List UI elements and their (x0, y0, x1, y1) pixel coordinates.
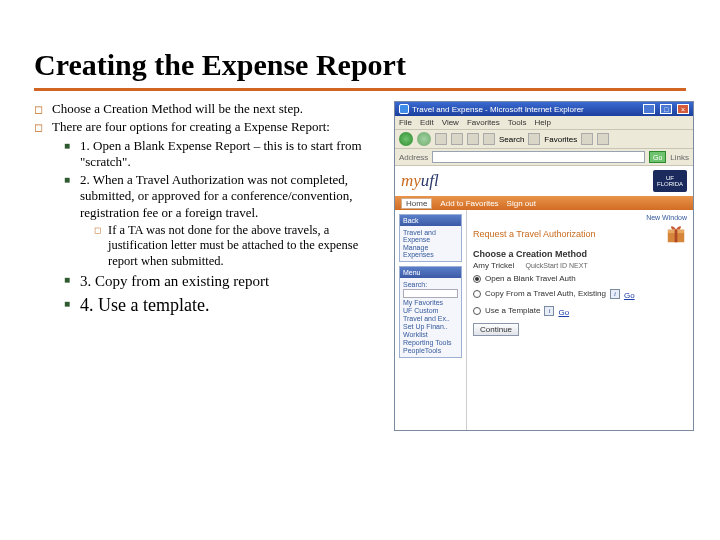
bullet-outline: ◻ Choose a Creation Method will be the n… (34, 101, 384, 431)
sidebar-item[interactable]: Set Up Finan.. (403, 323, 458, 330)
minimize-button[interactable]: _ (643, 104, 655, 114)
continue-button[interactable]: Continue (473, 323, 519, 336)
bullet-text: 1. Open a Blank Expense Report – this is… (80, 138, 384, 171)
sidebar-link[interactable]: Travel and Expense (403, 229, 458, 243)
info-icon[interactable]: i (610, 289, 620, 299)
user-name: Amy Trickel QuickStart ID NEXT (473, 261, 687, 270)
toolbar-label[interactable]: Search (499, 135, 524, 144)
links-label[interactable]: Links (670, 153, 689, 162)
window-title: Travel and Expense - Microsoft Internet … (412, 105, 584, 114)
radio-template[interactable] (473, 307, 481, 315)
search-icon[interactable] (483, 133, 495, 145)
page-content: Back Travel and Expense Manage Expenses … (395, 210, 693, 430)
logo-my: my (401, 171, 421, 190)
sidebar-search-input[interactable] (403, 289, 458, 298)
history-icon[interactable] (597, 133, 609, 145)
option-row: Open a Blank Travel Auth (473, 274, 687, 283)
menu-bar: File Edit View Favorites Tools Help (395, 116, 693, 130)
request-label: Request a Travel Authorization (473, 229, 596, 239)
svg-rect-2 (675, 229, 678, 242)
bullet-text: There are four options for creating a Ex… (52, 119, 384, 135)
media-icon[interactable] (581, 133, 593, 145)
sidebar-back-hdr: Back (400, 215, 461, 226)
browser-window: Travel and Expense - Microsoft Internet … (394, 101, 694, 431)
bullet-text: 2. When a Travel Authorization was not c… (80, 172, 384, 221)
menu-item[interactable]: Favorites (467, 118, 500, 127)
bullet-text: 3. Copy from an existing report (80, 272, 384, 291)
sidebar-item[interactable]: PeopleTools (403, 347, 458, 354)
sidebar-back: Back Travel and Expense Manage Expenses (399, 214, 462, 262)
sidebar: Back Travel and Expense Manage Expenses … (395, 210, 467, 430)
bullet-text-inner: 4. Use a template. (80, 295, 209, 315)
bullet-text: Choose a Creation Method will be the nex… (52, 101, 384, 117)
slide-body: ◻ Choose a Creation Method will be the n… (34, 101, 686, 431)
square-bullet-icon: ◻ (34, 119, 52, 135)
refresh-icon[interactable] (451, 133, 463, 145)
section-header: Choose a Creation Method (473, 249, 687, 259)
sidebar-item: Search: (403, 281, 458, 288)
nav-link[interactable]: Sign out (507, 199, 536, 208)
nav-bar: Home Add to Favorites Sign out (395, 196, 693, 210)
square-bullet-icon: ■ (64, 296, 80, 316)
myufl-logo: myufl (401, 171, 439, 191)
main-panel: New Window Request a Travel Authorizatio… (467, 210, 693, 430)
menu-item[interactable]: File (399, 118, 412, 127)
stop-icon[interactable] (435, 133, 447, 145)
address-input[interactable] (432, 151, 645, 163)
go-link[interactable]: Go (558, 308, 569, 317)
close-button[interactable]: × (677, 104, 689, 114)
favorites-icon[interactable] (528, 133, 540, 145)
go-link[interactable]: Go (624, 291, 635, 300)
nav-tab[interactable]: Home (401, 198, 432, 209)
sidebar-item[interactable]: Worklist (403, 331, 458, 338)
info-icon[interactable]: i (544, 306, 554, 316)
sidebar-item[interactable]: Travel and Ex.. (403, 315, 458, 322)
screenshot-panel: Travel and Expense - Microsoft Internet … (394, 101, 694, 431)
address-label: Address (399, 153, 428, 162)
uf-logo: UF FLORIDA (653, 170, 687, 192)
square-bullet-icon: ■ (64, 172, 80, 221)
menu-item[interactable]: Tools (508, 118, 527, 127)
sidebar-item[interactable]: UF Custom (403, 307, 458, 314)
radio-blank[interactable] (473, 275, 481, 283)
logo-ufl: ufl (421, 171, 439, 190)
sidebar-link[interactable]: Manage Expenses (403, 244, 458, 258)
square-bullet-icon: ■ (64, 138, 80, 171)
square-bullet-icon: ◻ (94, 223, 108, 270)
bullet-text: If a TA was not done for the above trave… (108, 223, 384, 270)
nav-link[interactable]: Add to Favorites (440, 199, 498, 208)
go-button[interactable]: Go (649, 151, 666, 163)
menu-item[interactable]: Help (534, 118, 550, 127)
menu-item[interactable]: View (442, 118, 459, 127)
toolbar: Search Favorites (395, 130, 693, 149)
sidebar-item[interactable]: Reporting Tools (403, 339, 458, 346)
slide: Creating the Expense Report ◻ Choose a C… (0, 0, 720, 540)
quick-id: QuickStart ID NEXT (525, 262, 587, 269)
address-bar: Address Go Links (395, 149, 693, 166)
bullet-text: 4. Use a template. (80, 296, 384, 316)
option-label: Use a Template (485, 306, 540, 315)
square-bullet-icon: ◻ (34, 101, 52, 117)
option-row: Use a Template i Go (473, 304, 687, 317)
forward-button[interactable] (417, 132, 431, 146)
request-label-row: Request a Travel Authorization (473, 223, 687, 245)
option-row: Copy From a Travel Auth, Existing i Go (473, 287, 687, 300)
radio-copy[interactable] (473, 290, 481, 298)
home-icon[interactable] (467, 133, 479, 145)
ie-icon (399, 104, 409, 114)
page-title: Creating the Expense Report (34, 48, 686, 82)
toolbar-label[interactable]: Favorites (544, 135, 577, 144)
gift-icon (665, 223, 687, 245)
title-rule (34, 88, 686, 91)
maximize-button[interactable]: □ (660, 104, 672, 114)
sidebar-menu: Menu Search: My Favorites UF Custom Trav… (399, 266, 462, 358)
new-window-link[interactable]: New Window (473, 214, 687, 221)
user-name-text: Amy Trickel (473, 261, 514, 270)
back-button[interactable] (399, 132, 413, 146)
square-bullet-icon: ■ (64, 272, 80, 291)
site-header: myufl UF FLORIDA (395, 166, 693, 196)
sidebar-item[interactable]: My Favorites (403, 299, 458, 306)
window-titlebar: Travel and Expense - Microsoft Internet … (395, 102, 693, 116)
menu-item[interactable]: Edit (420, 118, 434, 127)
option-label: Copy From a Travel Auth, Existing (485, 289, 606, 298)
